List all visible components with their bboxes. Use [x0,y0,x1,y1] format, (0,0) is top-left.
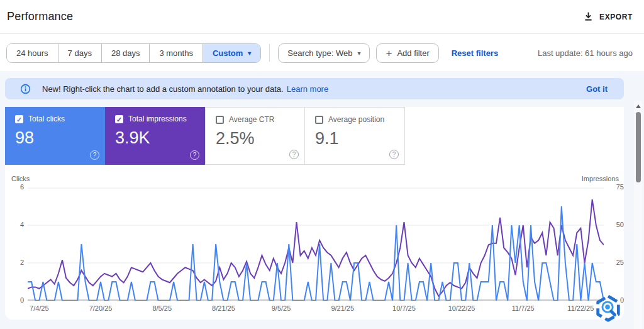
metric-checkbox[interactable]: ✓ [15,115,23,123]
y-axis-tick-label: 75 [606,183,624,191]
metric-label: Total impressions [128,114,187,123]
filter-toolbar: 24 hours 7 days 28 days 3 months Custom … [0,35,644,71]
y-axis-tick-label: 50 [606,221,624,228]
add-filter-label: Add filter [397,48,429,58]
date-range-7-days[interactable]: 7 days [58,44,102,62]
export-button[interactable]: EXPORT [583,11,633,22]
metric-value: 98 [15,128,97,148]
extension-badge[interactable] [594,294,623,323]
help-icon[interactable]: ? [389,150,399,159]
performance-panel: ✓ Total clicks 98 ? ✓ Total impressions … [5,107,624,320]
y-axis-tick-label: 2 [5,259,24,266]
magnifier-badge-icon [594,294,623,323]
metric-card[interactable]: Average CTR 2.5% ? [205,107,305,165]
help-icon[interactable]: ? [289,150,299,159]
add-filter-button[interactable]: + Add filter [376,43,438,63]
date-range-custom[interactable]: Custom ▾ [203,44,260,62]
help-icon[interactable]: ? [90,150,99,160]
help-icon[interactable]: ? [190,150,199,160]
info-icon [20,84,31,94]
chevron-down-icon: ▾ [357,50,360,57]
page-title: Performance [7,10,73,23]
x-axis-tick-label: 11/7/25 [512,304,535,312]
right-axis-title: Impressions [582,175,619,182]
custom-label: Custom [213,48,243,58]
x-axis-tick-label: 10/7/25 [392,304,416,312]
metric-card[interactable]: ✓ Total clicks 98 ? [5,107,105,165]
metric-cards-row: ✓ Total clicks 98 ? ✓ Total impressions … [5,107,405,165]
plus-icon: + [386,48,392,59]
got-it-button[interactable]: Got it [586,84,608,94]
metric-value: 3.9K [115,128,197,148]
learn-more-link[interactable]: Learn more [287,84,328,94]
x-axis-tick-label: 9/21/25 [331,304,354,312]
metric-value: 2.5% [216,129,297,148]
x-axis-tick-label: 11/22/25 [567,304,594,312]
x-axis-tick-label: 8/21/25 [212,304,235,312]
search-type-label: Search type: Web [287,48,352,58]
date-range-3-months[interactable]: 3 months [150,44,203,62]
y-axis-tick-label: 25 [606,259,624,266]
search-type-dropdown[interactable]: Search type: Web ▾ [278,43,370,63]
metric-value: 9.1 [315,129,397,148]
x-axis-labels: 7/4/257/20/258/5/258/21/259/5/259/21/251… [5,304,624,315]
y-axis-tick-label: 4 [5,221,24,228]
x-axis-tick-label: 8/5/25 [152,304,172,312]
metric-checkbox[interactable] [315,116,323,124]
metric-card[interactable]: ✓ Total impressions 3.9K ? [105,107,205,165]
metric-checkbox[interactable]: ✓ [115,115,123,123]
chart-plot[interactable] [28,187,604,301]
chevron-down-icon: ▾ [248,50,251,57]
metric-label: Total clicks [28,114,65,123]
page-header: Performance EXPORT [0,0,644,34]
vertical-scrollbar[interactable] [634,101,642,329]
y-axis-tick-label: 0 [5,296,24,304]
reset-filters-link[interactable]: Reset filters [452,48,498,58]
banner-message: New! Right-click the chart to add a cust… [42,84,284,94]
x-axis-tick-label: 7/4/25 [30,304,49,312]
scroll-up-arrow-icon[interactable] [636,104,641,108]
export-label: EXPORT [599,13,633,21]
left-axis-title: Clicks [11,175,30,182]
scrollbar-thumb[interactable] [636,112,641,182]
metric-label: Average CTR [229,115,274,124]
annotation-banner: New! Right-click the chart to add a cust… [5,78,624,99]
x-axis-tick-label: 10/22/25 [448,304,475,312]
toolbar-divider [269,44,270,62]
last-update-text: Last update: 61 hours ago [538,48,633,58]
metric-card[interactable]: Average position 9.1 ? [305,107,405,165]
date-range-28-days[interactable]: 28 days [102,44,150,62]
download-icon [583,11,594,22]
metric-label: Average position [328,115,384,124]
y-axis-tick-label: 6 [5,183,24,191]
date-range-24-hours[interactable]: 24 hours [7,44,58,62]
metric-checkbox[interactable] [216,116,224,124]
x-axis-tick-label: 9/5/25 [272,304,291,312]
x-axis-tick-label: 7/20/25 [89,304,113,312]
date-range-group: 24 hours 7 days 28 days 3 months Custom … [6,43,261,63]
